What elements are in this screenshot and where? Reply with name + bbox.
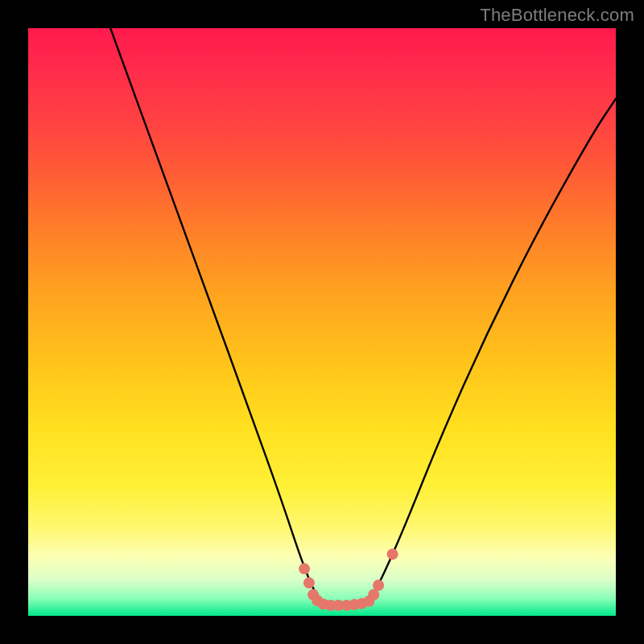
plot-area bbox=[28, 28, 616, 616]
marker-group bbox=[299, 548, 398, 611]
chart-container: TheBottleneck.com bbox=[0, 0, 644, 644]
marker-dot bbox=[373, 580, 384, 591]
marker-dot bbox=[303, 577, 315, 588]
watermark-text: TheBottleneck.com bbox=[480, 5, 634, 26]
curve-svg bbox=[28, 28, 616, 616]
marker-dot bbox=[299, 564, 310, 575]
bottleneck-curve bbox=[110, 28, 616, 605]
marker-dot bbox=[387, 548, 398, 559]
